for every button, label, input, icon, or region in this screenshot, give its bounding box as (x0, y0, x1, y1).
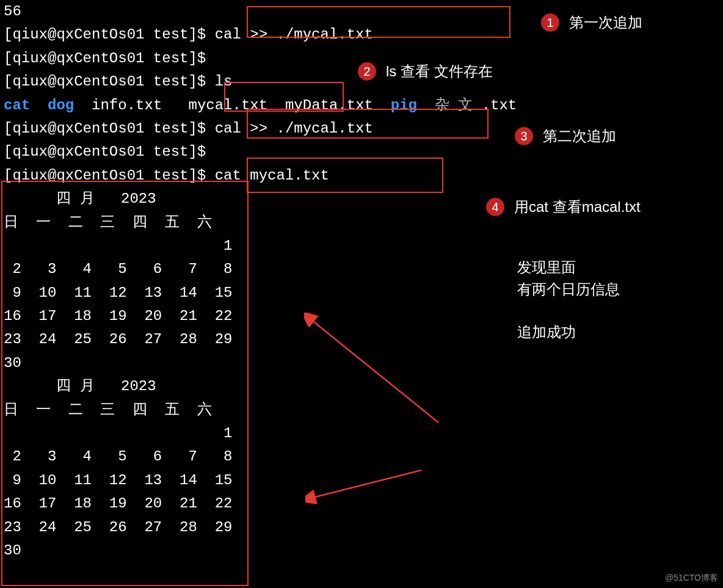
cal2-r2: 9 10 11 12 13 14 15 (0, 469, 723, 492)
prompt: [qiux@qxCentOs01 test]$ (4, 167, 215, 184)
prompt: [qiux@qxCentOs01 test]$ (4, 26, 215, 43)
annotation-2: 2 ls 查看 文件存在 (358, 60, 493, 83)
cal2-title: 四 月 2023 (0, 375, 723, 398)
cal1-r3: 16 17 18 19 20 21 22 (0, 305, 723, 328)
prompt: [qiux@qxCentOs01 test]$ (4, 143, 215, 160)
annotation-2-text: ls 查看 文件存在 (386, 60, 493, 83)
cmd: cal >> ./mycal.txt (215, 120, 373, 137)
file-zawen-pre: 杂 文 (435, 97, 482, 114)
annotation-block-2: 追加成功 (517, 321, 576, 343)
dir-cat: cat (4, 97, 30, 114)
cal1-r4: 23 24 25 26 27 28 29 (0, 328, 723, 351)
badge-3-icon: 3 (515, 127, 533, 145)
badge-4-icon: 4 (486, 198, 504, 216)
badge-2-icon: 2 (358, 62, 376, 81)
cal2-r5: 30 (0, 539, 723, 562)
watermark: @51CTO博客 (665, 571, 718, 584)
annotation-4: 4 用cat 查看macal.txt (486, 195, 641, 219)
file-mycal: mycal.txt (189, 97, 268, 114)
file-info: info.txt (92, 97, 162, 114)
cal2-header: 日 一 二 三 四 五 六 (0, 399, 723, 422)
prompt: [qiux@qxCentOs01 test]$ (4, 73, 215, 90)
ls-output-line: cat dog info.txt mycal.txt myData.txt pi… (0, 94, 723, 117)
dir-pig: pig (391, 97, 417, 114)
prompt: [qiux@qxCentOs01 test]$ (4, 50, 215, 67)
cal2-r0: 1 (0, 422, 723, 445)
dir-dog: dog (48, 97, 74, 114)
cmd: cal >> ./mycal.txt (215, 26, 373, 43)
prompt-line-cat[interactable]: [qiux@qxCentOs01 test]$ cat mycal.txt (0, 164, 723, 187)
annotation-3-text: 第二次追加 (543, 125, 616, 148)
annotation-3: 3 第二次追加 (515, 125, 616, 148)
cmd: ls (215, 73, 233, 90)
annotation-1: 1 第一次追加 (541, 11, 642, 34)
cal2-r4: 23 24 25 26 27 28 29 (0, 516, 723, 539)
annotation-4-text: 用cat 查看macal.txt (514, 195, 641, 219)
cmd: cat mycal.txt (215, 167, 329, 184)
cal2-r1: 2 3 4 5 6 7 8 (0, 445, 723, 468)
cal2-r3: 16 17 18 19 20 21 22 (0, 492, 723, 515)
file-zawen-ext: .txt (482, 97, 517, 114)
cal1-r0: 1 (0, 234, 723, 258)
file-mydata: myData.txt (285, 97, 373, 114)
cal1-r5: 30 (0, 352, 723, 375)
annotation-block-1: 发现里面 有两个日历信息 (517, 256, 620, 300)
prompt: [qiux@qxCentOs01 test]$ (4, 120, 215, 137)
badge-1-icon: 1 (541, 13, 559, 32)
annotation-1-text: 第一次追加 (569, 11, 642, 34)
